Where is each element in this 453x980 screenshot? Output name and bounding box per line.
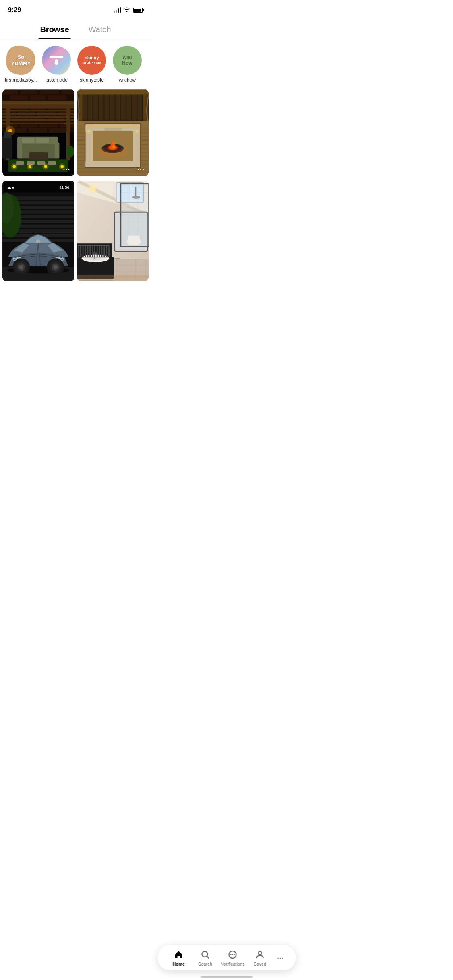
tabs: Browse Watch [0, 18, 151, 39]
pin-more-patio[interactable]: ··· [63, 165, 70, 174]
svg-rect-190 [77, 245, 79, 257]
svg-rect-201 [103, 245, 105, 257]
svg-point-57 [42, 163, 49, 170]
channel-wikihow[interactable]: wikiHow wikihow [110, 46, 145, 83]
svg-rect-114 [79, 90, 82, 125]
status-time: 9:29 [8, 6, 21, 14]
svg-rect-44 [22, 138, 35, 143]
svg-rect-134 [85, 161, 140, 167]
svg-point-66 [66, 146, 74, 157]
channel-avatar-tastemade [42, 46, 71, 75]
pin-image-car: ☁ ■ 21:56 [2, 179, 74, 282]
svg-rect-32 [2, 101, 74, 105]
svg-rect-65 [9, 154, 10, 161]
svg-rect-43 [55, 142, 60, 158]
svg-rect-34 [2, 107, 74, 109]
svg-point-152 [87, 183, 98, 194]
svg-rect-2 [2, 90, 18, 95]
tab-browse[interactable]: Browse [38, 22, 70, 39]
svg-rect-200 [101, 245, 102, 257]
svg-point-53 [11, 163, 17, 170]
wifi-icon [123, 7, 130, 14]
svg-rect-137 [104, 128, 121, 131]
svg-text:21:56: 21:56 [59, 185, 69, 189]
status-bar: 9:29 [0, 0, 151, 18]
svg-rect-158 [120, 184, 121, 247]
pin-card-firepit[interactable]: ··· [77, 89, 149, 177]
svg-rect-5 [61, 90, 74, 95]
svg-point-55 [27, 163, 33, 170]
svg-rect-106 [104, 93, 109, 121]
svg-point-91 [19, 265, 23, 269]
svg-rect-111 [132, 93, 137, 121]
svg-rect-8 [48, 95, 66, 100]
svg-rect-203 [108, 245, 110, 257]
svg-point-87 [36, 239, 40, 243]
svg-rect-191 [80, 245, 81, 257]
svg-rect-197 [94, 245, 95, 257]
svg-rect-196 [92, 245, 93, 257]
svg-rect-112 [137, 93, 142, 121]
svg-rect-6 [10, 95, 28, 100]
channel-firstmediasoy[interactable]: SoYUMMY firstmediasoy... [3, 46, 39, 83]
channel-name-firstmediasoy: firstmediasoy... [5, 77, 37, 83]
svg-point-144 [86, 128, 91, 134]
svg-rect-103 [88, 93, 93, 121]
svg-rect-202 [106, 245, 107, 257]
channel-skinnytaste[interactable]: skinnytaste.com skinnytaste [74, 46, 110, 83]
pin-card-patio-night[interactable]: ··· [2, 89, 74, 177]
svg-text:☁ ■: ☁ ■ [7, 185, 15, 189]
svg-point-160 [132, 196, 140, 199]
svg-rect-42 [17, 142, 22, 158]
svg-point-146 [134, 128, 140, 134]
svg-rect-62 [2, 137, 12, 159]
pin-image-patio-night [2, 89, 74, 177]
signal-icon [114, 7, 121, 13]
svg-rect-110 [126, 93, 131, 121]
svg-rect-109 [121, 93, 126, 121]
pin-column-left: ··· [2, 89, 74, 282]
svg-rect-33 [2, 105, 74, 107]
svg-rect-35 [2, 110, 74, 111]
svg-point-95 [54, 265, 58, 269]
svg-rect-104 [93, 93, 98, 121]
battery-icon [133, 8, 143, 13]
svg-rect-198 [96, 245, 97, 257]
status-icons [114, 7, 143, 14]
channel-avatar-wikihow: wikiHow [113, 46, 142, 75]
svg-rect-194 [87, 245, 88, 257]
channel-name-wikihow: wikihow [119, 77, 136, 83]
svg-rect-159 [135, 187, 136, 196]
svg-rect-199 [99, 245, 100, 257]
svg-rect-48 [16, 161, 24, 165]
pin-more-firepit[interactable]: ··· [137, 165, 145, 174]
svg-rect-28 [28, 128, 47, 133]
svg-rect-37 [2, 116, 74, 118]
svg-rect-115 [143, 90, 146, 125]
channel-tastemade[interactable]: tastemade [39, 46, 74, 83]
svg-rect-116 [77, 90, 149, 95]
svg-rect-45 [36, 138, 49, 143]
svg-rect-39 [2, 123, 74, 124]
svg-rect-38 [2, 119, 74, 121]
tab-watch[interactable]: Watch [87, 22, 113, 39]
svg-point-141 [97, 146, 128, 158]
pin-grid: ··· [0, 86, 151, 282]
pin-card-car[interactable]: ☁ ■ 21:56 [2, 179, 74, 282]
channel-avatar-skinnytaste: skinnytaste.com [77, 46, 106, 75]
svg-rect-51 [48, 161, 56, 165]
svg-rect-4 [40, 90, 60, 95]
channels-row: SoYUMMY firstmediasoy... tastemade skinn… [0, 39, 151, 86]
pin-image-firepit [77, 89, 149, 177]
channel-name-tastemade: tastemade [45, 77, 68, 83]
svg-rect-64 [4, 154, 6, 161]
svg-rect-192 [82, 245, 83, 257]
svg-rect-107 [110, 93, 114, 121]
svg-rect-105 [99, 93, 103, 121]
channel-name-skinnytaste: skinnytaste [80, 77, 104, 83]
pin-card-bathroom[interactable] [77, 179, 149, 282]
pin-column-right: ··· [77, 89, 149, 282]
svg-rect-142 [85, 126, 140, 127]
svg-rect-195 [89, 245, 91, 257]
pin-image-bathroom [77, 179, 149, 282]
